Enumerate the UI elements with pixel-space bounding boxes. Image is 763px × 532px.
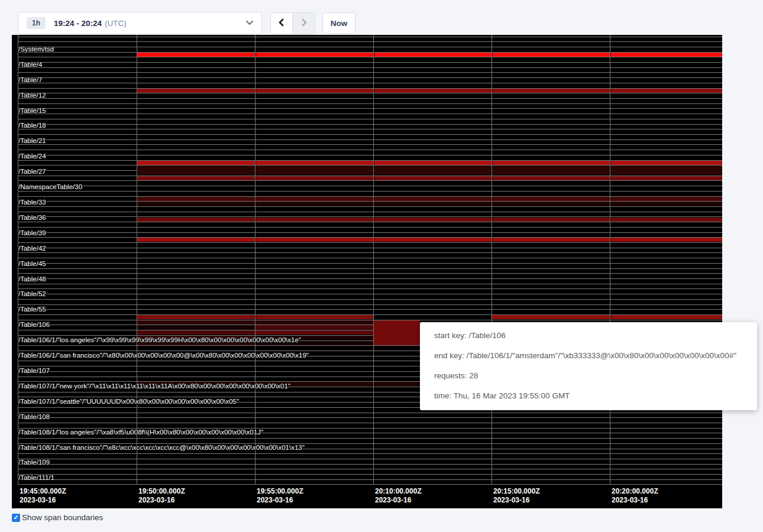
- row-label: /Table/107/1/"new york"/"\x11\x11\x11\x1…: [18, 382, 290, 390]
- heat-band: [611, 166, 722, 175]
- prev-interval-button[interactable]: [270, 12, 293, 34]
- heat-band: [256, 53, 373, 57]
- span-boundary-line: [18, 294, 722, 294]
- time-range-text: 19:24 - 20:24: [54, 19, 102, 28]
- tooltip-requests: requests: 28: [434, 369, 743, 382]
- column-boundary-line: [373, 35, 374, 485]
- span-boundary-line: [18, 83, 722, 83]
- span-boundary-line: [18, 37, 722, 37]
- span-boundary-line: [18, 113, 722, 114]
- span-boundary-line: [18, 252, 722, 253]
- row-label: /Table/27: [18, 168, 46, 175]
- heat-band: [374, 53, 492, 57]
- row-label: /Table/39: [18, 229, 46, 236]
- row-label: /Table/42: [18, 245, 46, 252]
- heat-band: [492, 315, 610, 319]
- heat-band: [611, 161, 722, 165]
- span-boundary-line: [18, 423, 722, 423]
- x-axis-tick: 19:45:00.000Z2023-03-16: [20, 487, 66, 505]
- span-boundary-line: [18, 284, 722, 284]
- row-label: /Table/4: [18, 61, 42, 68]
- time-range-selector[interactable]: 1h 19:24 - 20:24 (UTC): [18, 12, 262, 34]
- heat-band: [374, 89, 492, 93]
- heatmap-canvas[interactable]: /System/tsd/Table/4/Table/7/Table/12/Tab…: [12, 35, 722, 508]
- span-boundary-line: [18, 155, 722, 155]
- span-boundary-line: [18, 278, 722, 279]
- heat-band: [137, 176, 255, 180]
- footer: ✓ Show span boundaries: [12, 513, 103, 522]
- tooltip-end-key: end key: /Table/106/1/"amsterdam"/"\xb33…: [434, 349, 743, 362]
- heat-band: [374, 161, 492, 165]
- span-boundary-line: [18, 222, 722, 222]
- row-label: /Table/106: [18, 321, 50, 328]
- span-boundary-line: [18, 129, 722, 129]
- row-label: /Table/108: [18, 413, 50, 420]
- now-button[interactable]: Now: [322, 12, 355, 34]
- span-boundary-line: [18, 144, 722, 145]
- span-boundary-line: [18, 273, 722, 274]
- row-label: /Table/109: [18, 459, 50, 466]
- heat-band: [256, 330, 373, 335]
- tick-time: 20:10:00.000Z: [375, 487, 422, 496]
- span-boundary-line: [18, 413, 722, 413]
- span-boundary-line: [18, 103, 722, 104]
- row-label: /System/tsd: [18, 46, 54, 53]
- checkmark-icon: ✓: [13, 514, 18, 521]
- span-boundary-line: [18, 438, 722, 439]
- chevron-down-icon: [246, 21, 253, 25]
- tick-time: 19:45:00.000Z: [20, 487, 66, 496]
- span-boundary-line: [18, 41, 722, 42]
- row-label: /Table/7: [18, 76, 42, 83]
- span-boundary-line: [18, 67, 722, 68]
- span-boundary-line: [18, 459, 722, 459]
- chevron-right-icon: [300, 18, 308, 28]
- row-label: /Table/18: [18, 122, 46, 129]
- heat-band: [493, 176, 610, 180]
- heat-band: [256, 238, 373, 242]
- heat-band: [611, 202, 722, 206]
- heat-band: [374, 238, 492, 242]
- span-boundary-line: [18, 186, 722, 186]
- span-boundary-line: [18, 479, 722, 480]
- column-boundary-line: [610, 35, 610, 485]
- heat-band: [137, 166, 255, 175]
- span-boundary-line: [18, 57, 722, 57]
- span-boundary-line: [18, 309, 722, 310]
- heat-band: [374, 218, 492, 222]
- span-boundary-line: [18, 299, 722, 300]
- row-label: /Table/107/1/"seattle"/"UUUUUUD\x00\x80\…: [18, 398, 239, 405]
- heat-band: [137, 218, 255, 222]
- row-label: /NamespaceTable/30: [18, 183, 82, 190]
- time-nav-group: [270, 12, 315, 34]
- row-label: /Table/33: [18, 199, 46, 206]
- heat-band: [493, 161, 610, 165]
- row-label: /Table/106/1/"los angeles"/"\x99\x99\x99…: [18, 336, 301, 343]
- span-boundary-line: [18, 206, 722, 207]
- heat-band: [493, 197, 610, 201]
- span-boundary-line: [18, 98, 722, 99]
- heat-band: [137, 330, 255, 335]
- span-boundary-line: [18, 62, 722, 63]
- heat-band: [256, 197, 373, 201]
- heat-band: [256, 161, 373, 165]
- heat-band: [374, 202, 492, 206]
- span-boundary-line: [18, 288, 722, 289]
- heat-band: [493, 218, 610, 222]
- row-label: /Table/55: [18, 306, 46, 313]
- row-label: /Table/12: [18, 92, 46, 99]
- show-span-boundaries-checkbox[interactable]: ✓: [12, 514, 20, 522]
- span-boundary-line: [18, 232, 722, 233]
- span-boundary-line: [18, 453, 722, 454]
- heat-band: [493, 89, 610, 93]
- span-boundary-line: [18, 304, 722, 305]
- heat-band: [256, 166, 373, 175]
- tick-time: 19:50:00.000Z: [138, 487, 185, 496]
- heat-band: [611, 176, 722, 180]
- heat-band: [493, 166, 610, 175]
- column-boundary-line: [255, 35, 256, 485]
- next-interval-button[interactable]: [293, 12, 315, 34]
- span-boundary-line: [18, 227, 722, 228]
- span-boundary-line: [18, 474, 722, 475]
- span-boundary-line: [18, 258, 722, 258]
- heat-band: [256, 218, 373, 222]
